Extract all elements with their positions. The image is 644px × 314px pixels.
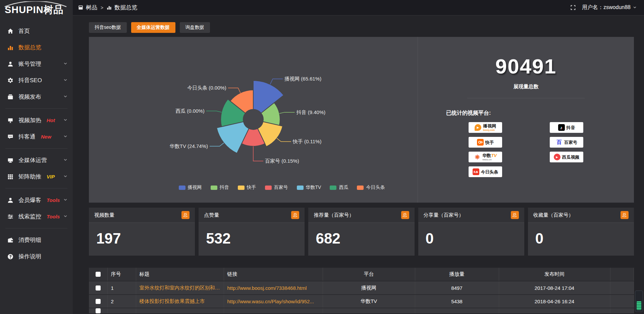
menu-divider bbox=[5, 108, 67, 109]
pie-label-播视网: 播视网 (65.61%) bbox=[284, 76, 321, 82]
tab-抖音seo数据[interactable]: 抖音seo数据 bbox=[89, 22, 127, 33]
menu-divider bbox=[5, 188, 67, 189]
legend-item-抖音[interactable]: 抖音 bbox=[211, 185, 229, 191]
user-menu[interactable]: 用户名：zswodun88 bbox=[582, 4, 637, 11]
sidebar-badge: Tools bbox=[47, 197, 60, 203]
sidebar-item-视频发布[interactable]: 视频发布 bbox=[0, 89, 73, 105]
platform-name: 今日头条 bbox=[481, 170, 498, 174]
sidebar-item-数据总览[interactable]: 数据总览 bbox=[0, 39, 73, 56]
breadcrumb: 树品 > 数据总览 bbox=[78, 4, 137, 11]
pie-label-百家号: 百家号 (0.15%) bbox=[265, 158, 299, 164]
cell-link[interactable]: http://www.wasu.cn/Play/show/id/952... bbox=[224, 295, 323, 308]
sidebar-item-首页[interactable]: 首页 bbox=[0, 23, 73, 39]
platform-sub: boosj.com bbox=[483, 129, 495, 131]
bar-chart-icon bbox=[107, 5, 112, 10]
legend-swatch bbox=[297, 186, 304, 190]
sidebar-item-线索监控[interactable]: 线索监控Tools bbox=[0, 208, 73, 225]
stat-card-header: 分享量（百家号）总 bbox=[418, 208, 524, 223]
boosj-logo-icon: ▶ bbox=[475, 124, 481, 131]
column-header-发布时间: 发布时间 bbox=[499, 268, 610, 281]
column-header-播放量: 播放量 bbox=[415, 268, 499, 281]
stat-card-点赞量: 点赞量总532 bbox=[199, 208, 305, 256]
sidebar-item-账号管理[interactable]: 账号管理 bbox=[0, 56, 73, 72]
sidebar-item-label: 账号管理 bbox=[18, 60, 41, 68]
sidebar-item-抖音SEO[interactable]: 抖音SEO bbox=[0, 72, 73, 89]
cell-title[interactable]: 楼体投影灯投影效果震撼上市 bbox=[136, 295, 224, 308]
tab-全媒体运营数据[interactable]: 全媒体运营数据 bbox=[131, 22, 175, 33]
user-icon bbox=[7, 61, 13, 67]
main-area: 树品 > 数据总览 用户名：zswodun88 抖音seo数据全媒体运营数据询盘… bbox=[73, 0, 644, 314]
sidebar-item-矩阵助推[interactable]: 矩阵助推VIP bbox=[0, 168, 73, 185]
stat-card-header: 视频数量总 bbox=[89, 208, 195, 223]
column-header-链接: 链接 bbox=[224, 268, 323, 281]
legend-item-百家号[interactable]: 百家号 bbox=[265, 185, 288, 191]
sidebar-item-操作说明[interactable]: 操作说明 bbox=[0, 248, 73, 265]
legend-item-华数TV[interactable]: 华数TV bbox=[297, 185, 321, 191]
column-header-标题: 标题 bbox=[136, 268, 224, 281]
bar-chart-icon bbox=[7, 45, 13, 51]
sidebar-item-label: 视频加热 bbox=[18, 116, 41, 124]
sidebar-badge: VIP bbox=[47, 174, 55, 179]
row-checkbox[interactable] bbox=[96, 285, 101, 291]
chart-panel: 播视网 (65.61%)抖音 (9.40%)快手 (0.11%)百家号 (0.1… bbox=[89, 37, 634, 203]
pie-label-line bbox=[206, 111, 222, 112]
impressions-caption: 展现量总数 bbox=[418, 84, 634, 90]
pie-label-快手: 快手 (0.11%) bbox=[292, 139, 322, 144]
breadcrumb-root[interactable]: 树品 bbox=[86, 4, 97, 11]
sidebar-item-label: 消费明细 bbox=[18, 236, 41, 244]
legend-swatch bbox=[357, 186, 364, 190]
sidebar-item-抖客通[interactable]: 抖客通New bbox=[0, 128, 73, 145]
help-icon bbox=[7, 254, 13, 260]
table-row: 1室外水纹灯和室内水纹灯的区别和简介http://www.boosj.com/7… bbox=[89, 281, 634, 295]
fullscreen-icon[interactable] bbox=[570, 5, 576, 10]
sidebar-item-label: 视频发布 bbox=[18, 93, 41, 101]
pie-label-line bbox=[270, 79, 283, 84]
sidebar-badge: Tools bbox=[47, 214, 60, 219]
platform-name: 抖音 bbox=[567, 125, 575, 130]
platform-name: 百家号 bbox=[564, 140, 577, 145]
content: 抖音seo数据全媒体运营数据询盘数据 播视网 (65.61%)抖音 (9.40%… bbox=[73, 15, 644, 314]
sidebar-item-会员爆客[interactable]: 会员爆客Tools bbox=[0, 192, 73, 208]
platforms-label: 已统计的视频平台: bbox=[446, 110, 634, 117]
pie-label-line bbox=[277, 138, 291, 142]
select-all-checkbox[interactable] bbox=[96, 272, 101, 277]
video-table-wrap: 序号标题链接平台播放量发布时间 1室外水纹灯和室内水纹灯的区别和简介http:/… bbox=[89, 268, 634, 314]
sidebar-item-label: 矩阵助推 bbox=[18, 173, 41, 180]
sidebar-item-全媒体运营[interactable]: 全媒体运营 bbox=[0, 152, 73, 168]
gear-icon bbox=[7, 77, 13, 84]
stat-card-header: 推荐量（百家号）总 bbox=[308, 208, 414, 223]
stat-card-推荐量（百家号）: 推荐量（百家号）总682 bbox=[308, 208, 414, 256]
chevron-down-icon bbox=[63, 61, 67, 67]
summary-divider bbox=[467, 98, 585, 98]
pie-label-西瓜: 西瓜 (0.00%) bbox=[175, 108, 205, 114]
breadcrumb-separator: > bbox=[101, 5, 103, 10]
stat-cards: 视频数量总197点赞量总532推荐量（百家号）总682分享量（百家号）总0收藏量… bbox=[89, 208, 634, 256]
legend-item-西瓜[interactable]: 西瓜 bbox=[330, 185, 348, 191]
cell-platform: 华数TV bbox=[323, 295, 415, 308]
chevron-down-icon bbox=[63, 173, 67, 180]
legend-item-快手[interactable]: 快手 bbox=[238, 185, 256, 191]
floating-widget[interactable] bbox=[635, 291, 643, 312]
chevron-down-icon bbox=[63, 157, 67, 164]
chevron-down-icon bbox=[63, 213, 67, 220]
row-checkbox[interactable] bbox=[96, 308, 101, 313]
wallet-icon bbox=[7, 237, 13, 243]
row-checkbox[interactable] bbox=[96, 299, 101, 304]
total-badge: 总 bbox=[181, 211, 190, 219]
sidebar-item-消费明细[interactable]: 消费明细 bbox=[0, 232, 73, 248]
total-badge: 总 bbox=[401, 211, 409, 219]
platform-badge-百家号: 百百家号 bbox=[550, 137, 583, 148]
cell-link[interactable]: http://www.boosj.com/7338468.html bbox=[224, 281, 323, 295]
pie-label-今日头条: 今日头条 (0.00%) bbox=[187, 85, 226, 91]
legend-label: 西瓜 bbox=[339, 185, 348, 191]
legend-label: 播视网 bbox=[188, 185, 202, 191]
platform-sub: wasu.cn bbox=[482, 158, 492, 161]
legend-item-播视网[interactable]: 播视网 bbox=[179, 185, 202, 191]
legend-item-今日头条[interactable]: 今日头条 bbox=[357, 185, 385, 191]
platform-badge-播视网: ▶播视网boosj.com bbox=[469, 122, 502, 133]
sidebar-item-label: 数据总览 bbox=[18, 44, 41, 51]
legend-swatch bbox=[238, 186, 245, 190]
sidebar-item-视频加热[interactable]: 视频加热Hot bbox=[0, 112, 73, 128]
cell-title[interactable]: 室外水纹灯和室内水纹灯的区别和简介 bbox=[136, 281, 224, 295]
tab-询盘数据[interactable]: 询盘数据 bbox=[180, 22, 210, 33]
